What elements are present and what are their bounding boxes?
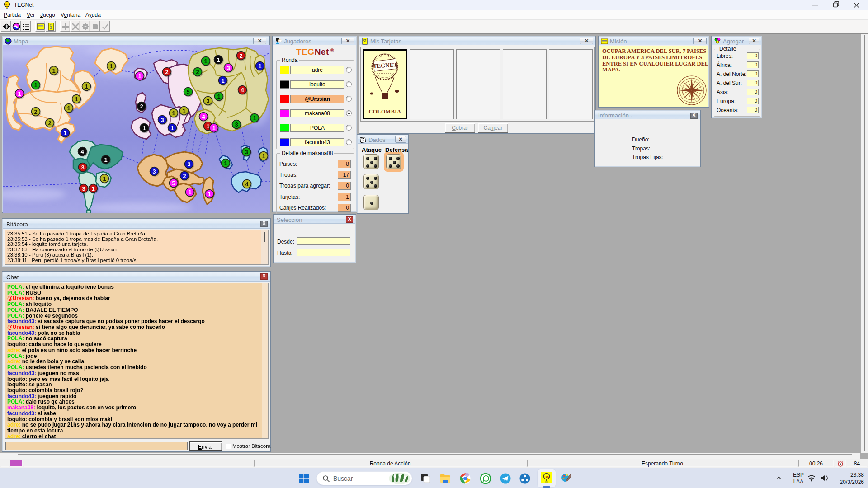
- svg-text:2: 2: [183, 173, 186, 179]
- svg-text:4: 4: [202, 113, 205, 120]
- svg-text:4: 4: [241, 87, 244, 94]
- svg-text:3: 3: [187, 161, 190, 168]
- svg-text:3: 3: [206, 98, 209, 104]
- svg-text:2: 2: [48, 120, 51, 127]
- svg-text:1: 1: [217, 93, 220, 100]
- svg-text:1: 1: [138, 73, 141, 80]
- svg-text:TEG: TEG: [5, 3, 9, 6]
- svg-text:1: 1: [262, 153, 265, 160]
- svg-text:5: 5: [172, 180, 175, 187]
- svg-text:1: 1: [75, 96, 78, 103]
- svg-text:1: 1: [34, 82, 37, 89]
- svg-text:1: 1: [142, 125, 146, 131]
- svg-text:1: 1: [221, 77, 224, 84]
- svg-text:1: 1: [204, 58, 207, 65]
- svg-text:3: 3: [226, 65, 230, 71]
- svg-text:1: 1: [253, 115, 256, 122]
- svg-text:1: 1: [18, 90, 21, 97]
- svg-text:4: 4: [245, 181, 249, 188]
- svg-text:1: 1: [67, 105, 70, 112]
- svg-text:1: 1: [91, 185, 94, 192]
- svg-text:2: 2: [140, 103, 143, 110]
- svg-text:4: 4: [80, 148, 84, 155]
- svg-text:2: 2: [34, 108, 37, 115]
- svg-text:2: 2: [196, 69, 199, 75]
- svg-text:3: 3: [245, 149, 248, 155]
- svg-text:1: 1: [188, 189, 191, 196]
- svg-text:3: 3: [81, 164, 84, 171]
- svg-text:3: 3: [82, 185, 85, 192]
- svg-text:1: 1: [258, 63, 261, 70]
- svg-text:TEG: TEG: [544, 475, 549, 478]
- svg-text:1: 1: [172, 110, 175, 117]
- svg-text:1: 1: [109, 63, 113, 70]
- svg-text:2: 2: [165, 69, 168, 75]
- svg-text:2: 2: [239, 52, 242, 59]
- svg-text:1: 1: [208, 191, 211, 197]
- svg-text:1: 1: [217, 56, 220, 63]
- svg-text:3: 3: [235, 121, 238, 128]
- svg-text:1: 1: [170, 125, 174, 131]
- svg-text:1: 1: [52, 67, 55, 74]
- svg-text:1: 1: [104, 156, 107, 163]
- svg-text:1: 1: [182, 108, 185, 114]
- svg-text:1: 1: [63, 130, 66, 136]
- svg-text:1: 1: [212, 125, 215, 131]
- svg-text:1: 1: [224, 160, 227, 167]
- svg-text:1: 1: [206, 123, 209, 130]
- svg-text:1: 1: [103, 175, 106, 182]
- svg-text:1: 1: [85, 83, 88, 90]
- svg-text:3: 3: [160, 117, 164, 123]
- svg-text:3: 3: [152, 168, 156, 175]
- svg-text:5: 5: [186, 89, 189, 95]
